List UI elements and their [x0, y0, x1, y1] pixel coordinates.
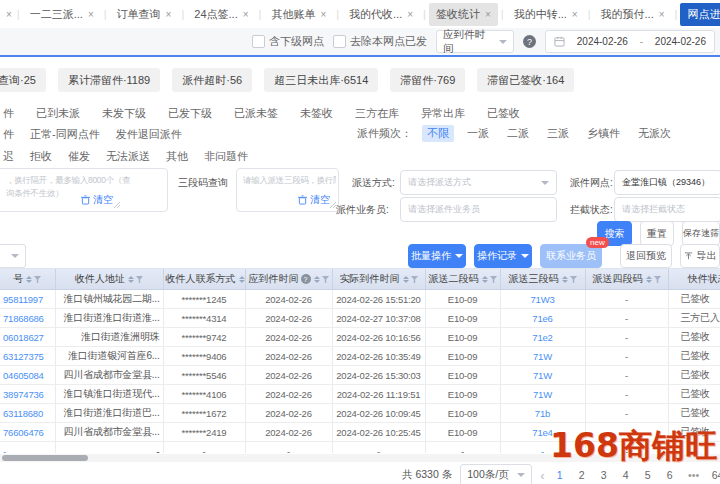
reset-button[interactable]: 重置 [640, 221, 674, 246]
type-filter-item[interactable]: 正常-同网点件 [30, 127, 100, 142]
page-2[interactable]: 2 [575, 469, 589, 481]
date-to[interactable]: 2024-02-26 [655, 36, 706, 47]
date-from[interactable]: 2024-02-26 [577, 36, 628, 47]
freq-option-二派[interactable]: 二派 [502, 125, 534, 142]
intercept-status-select[interactable]: 请选择拦截状态 [614, 197, 720, 222]
sort-icon[interactable] [482, 276, 488, 283]
cell-link[interactable]: 04605084 [0, 366, 55, 385]
tab-close-icon[interactable]: × [659, 9, 665, 20]
cell-link[interactable]: 38974736 [0, 385, 55, 404]
status-filter-item[interactable]: 件 [3, 106, 14, 121]
stat-badge[interactable]: 累计滞留件·1189 [58, 68, 160, 92]
time-type-select[interactable]: 应到件时间 [436, 30, 514, 53]
cell-link[interactable]: 63118680 [0, 404, 55, 423]
page-3[interactable]: 3 [597, 469, 611, 481]
resize-handle-icon[interactable] [113, 201, 121, 209]
tab-我的代收[interactable]: 我的代收...× [342, 3, 420, 26]
filter-funnel-icon[interactable] [34, 276, 41, 283]
col-header-4[interactable]: 实际到件时间 [332, 269, 425, 290]
cell-link[interactable]: 71868686 [0, 309, 55, 328]
date-range-picker[interactable]: 2024-02-26 - 2024-02-26 [545, 30, 715, 53]
freq-option-无派次[interactable]: 无派次 [633, 125, 676, 142]
cell-link[interactable]: 71e6 [500, 309, 585, 328]
tab-close-icon[interactable]: × [166, 9, 172, 20]
site-input[interactable]: 金堂淮口镇（29346） [614, 170, 720, 195]
type-filter-item[interactable]: 件 [3, 127, 14, 142]
status-filter-item[interactable]: 三方在库 [355, 106, 399, 121]
stat-badge[interactable]: 派件超时·56 [172, 68, 252, 92]
stat-badge[interactable]: 查询·25 [0, 68, 46, 92]
export-button[interactable]: 导出 [680, 244, 720, 268]
page-6[interactable]: 6 [663, 469, 677, 481]
freq-option-乡镇件[interactable]: 乡镇件 [582, 125, 625, 142]
problem-filter-item[interactable]: 其他 [166, 149, 188, 164]
filter-funnel-icon[interactable] [136, 276, 143, 283]
checkbox-icon[interactable] [333, 35, 346, 48]
status-filter-item[interactable]: 已发下级 [168, 106, 212, 121]
freq-option-一派[interactable]: 一派 [462, 125, 494, 142]
exclude-sent-checkbox[interactable]: 去除本网点已发 [333, 34, 427, 49]
tab-一二三派[interactable]: 一二三派...× [23, 3, 101, 26]
problem-filter-item[interactable]: 迟 [3, 149, 14, 164]
sort-icon[interactable] [646, 276, 652, 283]
help-icon[interactable]: ? [301, 274, 311, 284]
status-filter-item[interactable]: 已签收 [487, 106, 520, 121]
stat-badge[interactable]: 滞留件·769 [390, 68, 465, 92]
problem-filter-item[interactable]: 非问题件 [204, 149, 248, 164]
save-filter-button[interactable]: 保存速筛 [682, 221, 720, 246]
filter-funnel-icon[interactable] [322, 276, 329, 283]
col-header-0[interactable]: 号 [0, 269, 55, 290]
problem-filter-item[interactable]: 无法派送 [106, 149, 150, 164]
col-header-3[interactable]: 应到件时间? [245, 269, 332, 290]
return-preview-button[interactable]: 退回预览 [620, 244, 672, 268]
status-filter-item[interactable]: 未发下级 [102, 106, 146, 121]
tab-close-icon[interactable]: × [572, 9, 578, 20]
cell-link[interactable]: 71W [500, 366, 585, 385]
tab-close-icon[interactable]: × [320, 9, 326, 20]
checkbox-icon[interactable] [252, 35, 265, 48]
page-•••[interactable]: ••• [685, 469, 703, 481]
status-filter-item[interactable]: 异常出库 [421, 106, 465, 121]
stat-badge[interactable]: 超三日未出库·6514 [264, 68, 378, 92]
col-header-5[interactable]: 派送二段码 [425, 269, 500, 290]
filter-funnel-icon[interactable] [411, 276, 418, 283]
cell-link[interactable]: 71b [500, 404, 585, 423]
col-header-2[interactable]: 收件人联系方式 [163, 269, 245, 290]
include-sub-sites-checkbox[interactable]: 含下级网点 [252, 34, 324, 49]
tab-close-icon[interactable]: × [6, 9, 12, 20]
courier-select[interactable]: 请选择派件业务员 [400, 197, 557, 222]
stat-badge[interactable]: 滞留已签收·164 [477, 68, 574, 92]
tab-close-icon[interactable]: × [407, 9, 413, 20]
page-4[interactable]: 4 [619, 469, 633, 481]
col-header-1[interactable]: 收件人地址 [55, 269, 163, 290]
sort-icon[interactable] [403, 276, 409, 283]
col-header-8[interactable]: 快件状态? [668, 269, 720, 290]
cell-link[interactable]: 71W3 [500, 290, 585, 309]
status-filter-item[interactable]: 未签收 [300, 106, 333, 121]
tab-其他账单[interactable]: 其他账单× [264, 3, 333, 26]
col-header-7[interactable]: 派送四段码 [585, 269, 668, 290]
tab-我的中转[interactable]: 我的中转...× [507, 3, 585, 26]
waybill-input-area[interactable]: ，换行隔开，最多输入8000个（查 询条件不生效） 清空 [0, 168, 168, 212]
filter-funnel-icon[interactable] [490, 276, 497, 283]
cell-link[interactable]: 63127375 [0, 347, 55, 366]
cell-link[interactable]: 71W [500, 385, 585, 404]
row-select-stub[interactable] [0, 244, 26, 268]
col-header-6[interactable]: 派送三段码 [500, 269, 585, 290]
operation-record-button[interactable]: 操作记录 [474, 244, 532, 268]
tab-24点签[interactable]: 24点签...× [187, 3, 255, 26]
freq-option-三派[interactable]: 三派 [542, 125, 574, 142]
cell-link[interactable]: 71W [500, 347, 585, 366]
sort-icon[interactable] [26, 276, 32, 283]
tab-签收统计[interactable]: 签收统计× [429, 3, 498, 26]
sort-icon[interactable] [314, 276, 320, 283]
clear-segment-button[interactable]: 清空 [298, 193, 330, 207]
tab-订单查询[interactable]: 订单查询× [110, 3, 179, 26]
freq-option-不限[interactable]: 不限 [422, 125, 454, 142]
cell-link[interactable]: 71e2 [500, 328, 585, 347]
sort-icon[interactable] [239, 276, 245, 283]
status-filter-item[interactable]: 已派未签 [234, 106, 278, 121]
page-64[interactable]: 64 [711, 469, 720, 481]
tab-close-icon[interactable]: × [243, 9, 249, 20]
page-5[interactable]: 5 [641, 469, 655, 481]
